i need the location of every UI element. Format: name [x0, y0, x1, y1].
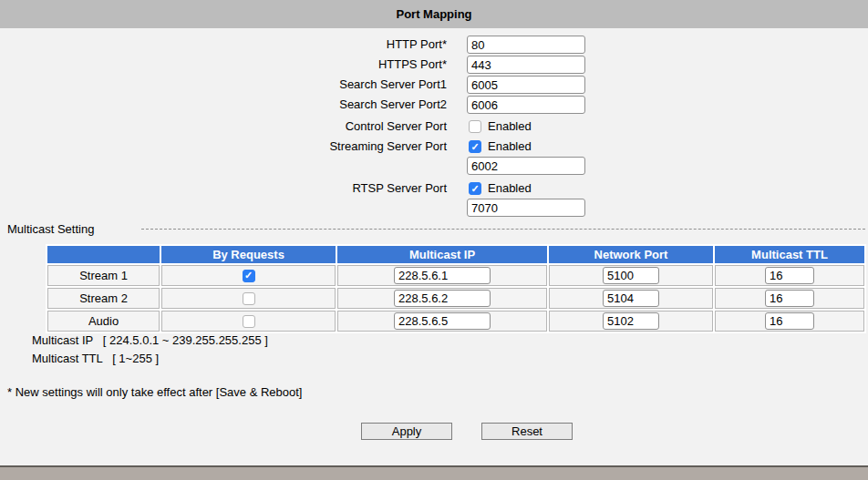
- streaming-server-port-input[interactable]: [467, 157, 585, 175]
- audio-by-requests-checkbox[interactable]: [243, 315, 255, 328]
- port-mapping-page: Port Mapping HTTP Port* HTTPS Port* Sear…: [0, 0, 868, 480]
- stream1-name: Stream 1: [47, 265, 160, 286]
- multicast-table: By Requests Multicast IP Network Port Mu…: [46, 244, 866, 333]
- http-port-input[interactable]: [467, 36, 585, 54]
- col-header-multicast-ttl: Multicast TTL: [715, 246, 864, 263]
- col-header-name: [47, 246, 160, 263]
- form-row-http-port: HTTP Port*: [0, 36, 868, 54]
- multicast-section-label: Multicast Setting: [7, 222, 94, 236]
- https-port-input[interactable]: [467, 56, 585, 74]
- stream1-by-requests-checkbox[interactable]: [243, 270, 255, 282]
- stream2-multicast-ttl-input[interactable]: [765, 290, 814, 307]
- audio-multicast-ip-input[interactable]: [394, 312, 491, 330]
- stream2-multicast-ip-input[interactable]: [394, 290, 491, 307]
- form-row-rtsp-server-port-value: [0, 199, 868, 217]
- control-server-port-label: Control Server Port: [0, 117, 447, 136]
- stream1-network-port-input[interactable]: [603, 267, 659, 284]
- rtsp-server-port-input[interactable]: [467, 199, 585, 217]
- save-reboot-note: * New settings will only take effect aft…: [7, 386, 302, 399]
- rtsp-server-enabled-label: Enabled: [488, 179, 532, 198]
- footer-bar: [0, 465, 868, 480]
- col-header-network-port: Network Port: [549, 246, 713, 263]
- form-row-search-server-port1: Search Server Port1: [0, 76, 868, 94]
- https-port-label: HTTPS Port*: [0, 56, 447, 74]
- section-divider: [141, 229, 865, 230]
- stream2-by-requests-checkbox[interactable]: [243, 292, 255, 305]
- control-server-enabled-checkbox[interactable]: [469, 120, 481, 133]
- stream2-network-port-input[interactable]: [603, 290, 659, 307]
- search-server-port1-input[interactable]: [467, 76, 585, 94]
- stream1-multicast-ttl-input[interactable]: [765, 267, 814, 284]
- form-row-rtsp-server-port: RTSP Server Port Enabled: [0, 179, 868, 198]
- search-server-port2-input[interactable]: [467, 96, 585, 114]
- streaming-server-port-label: Streaming Server Port: [0, 138, 447, 156]
- stream1-multicast-ip-input[interactable]: [394, 267, 491, 284]
- form-row-streaming-server-port: Streaming Server Port Enabled: [0, 138, 868, 156]
- audio-multicast-ttl-input[interactable]: [765, 312, 814, 330]
- stream2-name: Stream 2: [47, 288, 160, 309]
- streaming-server-enabled-checkbox[interactable]: [469, 140, 481, 153]
- multicast-ttl-range-note: Multicast TTL [ 1~255 ]: [32, 352, 159, 365]
- audio-name: Audio: [47, 311, 160, 332]
- page-title-bar: Port Mapping: [0, 0, 868, 28]
- http-port-label: HTTP Port*: [0, 36, 447, 54]
- multicast-ip-range-note: Multicast IP [ 224.5.0.1 ~ 239.255.255.2…: [32, 334, 268, 347]
- rtsp-server-enabled-checkbox[interactable]: [469, 182, 481, 195]
- control-server-enabled-label: Enabled: [488, 117, 532, 136]
- search-server-port2-label: Search Server Port2: [0, 96, 447, 114]
- streaming-server-enabled-label: Enabled: [488, 138, 532, 156]
- search-server-port1-label: Search Server Port1: [0, 76, 447, 94]
- table-row-audio: Audio: [47, 311, 864, 332]
- page-title: Port Mapping: [396, 7, 471, 21]
- reset-button[interactable]: Reset: [481, 423, 573, 440]
- form-row-search-server-port2: Search Server Port2: [0, 96, 868, 114]
- audio-network-port-input[interactable]: [603, 312, 659, 330]
- form-row-control-server-port: Control Server Port Enabled: [0, 117, 868, 136]
- form-row-streaming-server-port-value: [0, 157, 868, 175]
- form-row-https-port: HTTPS Port*: [0, 56, 868, 74]
- col-header-by-requests: By Requests: [161, 246, 336, 263]
- rtsp-server-port-label: RTSP Server Port: [0, 179, 447, 198]
- multicast-table-header-row: By Requests Multicast IP Network Port Mu…: [47, 246, 864, 263]
- apply-button[interactable]: Apply: [361, 423, 452, 440]
- col-header-multicast-ip: Multicast IP: [337, 246, 547, 263]
- table-row-stream2: Stream 2: [47, 288, 864, 309]
- table-row-stream1: Stream 1: [47, 265, 864, 286]
